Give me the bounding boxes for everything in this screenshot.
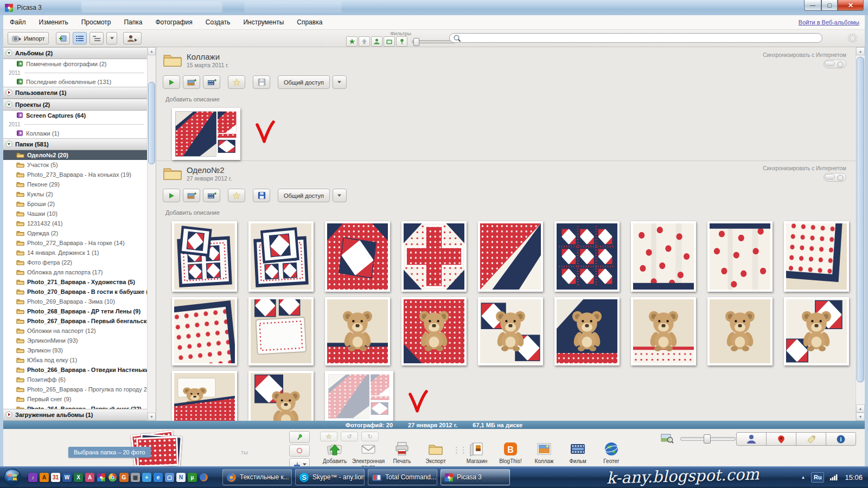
sidebar-item[interactable]: Обложка для паспорта (17): [3, 267, 148, 277]
zoom-slider[interactable]: [680, 437, 736, 441]
sidebar-scrollbar[interactable]: ▲ ▼: [147, 47, 156, 421]
title-bar[interactable]: Picasa 3 — ▢ ✕: [0, 0, 868, 16]
view-tree-button[interactable]: [90, 32, 104, 44]
photo-thumbnail[interactable]: [325, 297, 390, 365]
album-caption[interactable]: Добавить описание: [156, 89, 856, 102]
sidebar-item[interactable]: Фото фетра (22): [3, 258, 148, 267]
sidebar-item[interactable]: Photo_268_Варвара - ДР тети Лены (9): [3, 306, 148, 316]
sidebar-section-header[interactable]: Альбомы (2): [3, 47, 148, 59]
sidebar-item[interactable]: 14 января. Держинск 1 (1): [3, 248, 148, 258]
email-action-button[interactable]: Электронная почта: [352, 441, 385, 470]
sync-toggle[interactable]: [824, 60, 846, 68]
taskbar-task-skype[interactable]: SSkype™ - any.lion: [295, 469, 365, 485]
sidebar-item[interactable]: Юбка под елку (1): [3, 355, 148, 365]
menu-item-2[interactable]: Изменить: [39, 18, 68, 26]
geotag-action-button[interactable]: Геотег: [595, 441, 628, 464]
clock[interactable]: 15:06: [845, 473, 863, 481]
shop-action-button[interactable]: Магазин: [460, 441, 494, 464]
photo-thumbnail[interactable]: [401, 297, 467, 365]
sidebar-item[interactable]: Последние обновленные (131): [3, 77, 148, 87]
filter-slider[interactable]: [412, 40, 455, 43]
sidebar-item[interactable]: Photo_267_Варвара - Первый бенгальский .…: [3, 316, 148, 326]
zoom-fit-icon[interactable]: [661, 433, 674, 445]
scrollbar-thumb[interactable]: [857, 57, 864, 382]
sidebar-item[interactable]: Чашки (10): [3, 209, 148, 219]
album-title[interactable]: Коллажи: [187, 52, 229, 61]
quick-launch-icon-12[interactable]: e: [154, 473, 163, 482]
people-button[interactable]: [123, 32, 142, 44]
redo-button[interactable]: ↻: [361, 432, 379, 441]
photo-thumbnail[interactable]: [172, 108, 240, 160]
expand-arrow-icon[interactable]: [5, 411, 12, 419]
collage-action-button[interactable]: Коллаж: [527, 441, 561, 464]
save-button[interactable]: [253, 189, 270, 202]
menu-item-8[interactable]: Справка: [297, 18, 322, 26]
sidebar-section-header[interactable]: Загруженные альбомы (1): [3, 409, 148, 421]
sidebar-section-header[interactable]: Проекты (2): [3, 99, 148, 111]
sidebar-item[interactable]: Photo_271_Варвара - Художества (5): [3, 277, 148, 287]
zoom-slider-knob[interactable]: [704, 434, 711, 444]
create-movie-button[interactable]: [203, 75, 220, 89]
menu-item-7[interactable]: Инструменты: [243, 18, 284, 26]
share-button[interactable]: Общий доступ: [278, 189, 330, 202]
close-button[interactable]: ✕: [838, 0, 864, 11]
share-button[interactable]: Общий доступ: [278, 75, 330, 89]
sidebar-item[interactable]: Photo_269_Варвара - Зима (10): [3, 297, 148, 306]
search-box[interactable]: [449, 33, 822, 43]
sidebar-section-header[interactable]: Папки (581): [3, 138, 148, 150]
photo-thumbnail[interactable]: [325, 221, 390, 292]
quick-launch-icon-16[interactable]: [199, 473, 208, 482]
photo-thumbnail[interactable]: [172, 297, 237, 365]
upload-action-button[interactable]: Добавить: [318, 441, 352, 464]
network-icon[interactable]: [830, 473, 839, 481]
menu-item-5[interactable]: Фотография: [155, 18, 192, 26]
minimize-button[interactable]: —: [804, 0, 821, 11]
view-flat-button[interactable]: [73, 32, 87, 44]
people-panel-button[interactable]: [736, 432, 767, 446]
sidebar-item[interactable]: Первый снег (9): [3, 394, 148, 404]
scroll-up-arrow-2[interactable]: ▲: [856, 404, 865, 413]
tags-panel-button[interactable]: [796, 432, 826, 446]
search-input[interactable]: [463, 34, 822, 42]
main-scrollbar[interactable]: ▲ ▲ ▼: [856, 47, 865, 421]
photo-thumbnail[interactable]: [784, 221, 849, 292]
create-collage-button[interactable]: [183, 75, 200, 89]
undo-button[interactable]: ↺: [341, 432, 358, 441]
quick-launch-icon-15[interactable]: µ: [188, 473, 197, 482]
sidebar-item[interactable]: Photo_272_Варвара - На горке (14): [3, 238, 148, 248]
quick-launch-icon-6[interactable]: A: [85, 473, 94, 482]
quick-launch-icon-5[interactable]: X: [74, 473, 83, 482]
slideshow-button[interactable]: [163, 75, 180, 89]
sidebar-item[interactable]: 1231432 (41): [3, 219, 148, 228]
sidebar-item[interactable]: Photo_270_Варвара - В гости к бабушке (5…: [3, 287, 148, 297]
sidebar-section-header[interactable]: Пользователи (1): [3, 87, 148, 99]
scroll-down-arrow[interactable]: ▼: [856, 413, 865, 421]
start-button[interactable]: [3, 468, 22, 486]
sidebar-item[interactable]: Пеконе (29): [3, 179, 148, 189]
taskbar-task-picasa[interactable]: Picasa 3: [441, 469, 510, 485]
quick-launch-icon-3[interactable]: 31: [51, 473, 60, 482]
add-album-button[interactable]: [56, 32, 70, 44]
share-dropdown-button[interactable]: [333, 189, 347, 202]
photo-thumbnail[interactable]: [554, 297, 620, 365]
sidebar-item[interactable]: Куклы (2): [3, 189, 148, 199]
quick-launch-icon-8[interactable]: [108, 473, 117, 482]
photo-thumbnail[interactable]: [707, 297, 773, 365]
hold-pin-button[interactable]: [289, 431, 310, 443]
photo-thumbnail[interactable]: [325, 371, 393, 421]
taskbar-task-ff[interactable]: Текстильные к...: [222, 469, 292, 485]
sidebar-item[interactable]: Участок (5): [3, 160, 148, 170]
show-hidden-icons[interactable]: ▲: [801, 475, 806, 480]
create-movie-button[interactable]: [203, 189, 220, 202]
quick-launch-icon-11[interactable]: +: [142, 473, 151, 482]
quick-launch-icon-14[interactable]: N: [176, 473, 186, 482]
slideshow-button[interactable]: [163, 189, 180, 202]
menu-item-3[interactable]: Просмотр: [81, 18, 111, 26]
star-button[interactable]: [228, 189, 245, 202]
menu-item-6[interactable]: Создать: [206, 18, 231, 26]
collapse-arrow-icon[interactable]: [5, 49, 12, 57]
web-albums-link[interactable]: Войти в Веб-альбомы: [799, 19, 859, 25]
taskbar-task-tc[interactable]: Total Command...: [368, 469, 437, 485]
print-action-button[interactable]: Печать: [385, 441, 419, 464]
photo-thumbnail[interactable]: [478, 297, 543, 365]
